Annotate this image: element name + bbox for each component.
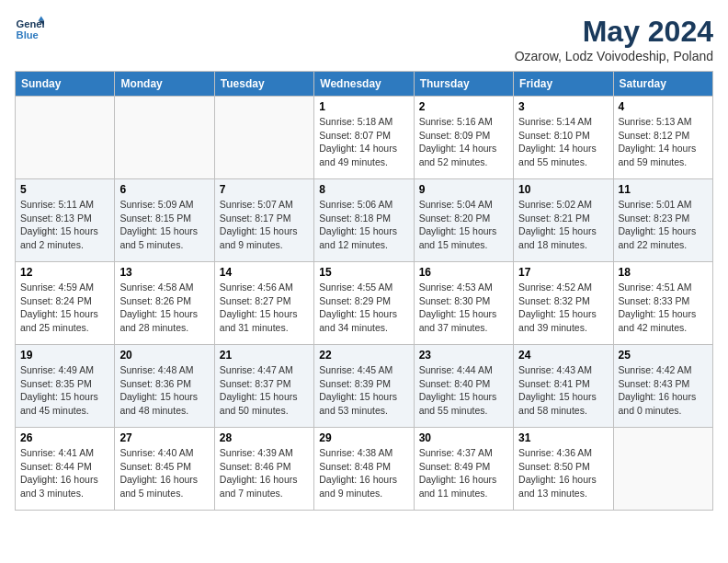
day-info: Sunrise: 4:45 AM Sunset: 8:39 PM Dayligh… xyxy=(319,363,408,418)
day-info: Sunrise: 4:39 AM Sunset: 8:46 PM Dayligh… xyxy=(220,446,309,500)
day-info: Sunrise: 4:43 AM Sunset: 8:41 PM Dayligh… xyxy=(518,363,608,418)
day-number: 24 xyxy=(518,349,608,362)
day-number: 9 xyxy=(419,183,508,196)
day-number: 30 xyxy=(419,431,508,444)
day-number: 18 xyxy=(619,266,708,279)
calendar-cell xyxy=(16,97,115,179)
day-number: 4 xyxy=(619,100,708,113)
day-info: Sunrise: 4:53 AM Sunset: 8:30 PM Dayligh… xyxy=(419,281,508,335)
day-info: Sunrise: 4:48 AM Sunset: 8:36 PM Dayligh… xyxy=(119,363,209,418)
logo-icon: General Blue xyxy=(15,15,44,44)
calendar-cell xyxy=(613,428,712,511)
calendar-cell: 23Sunrise: 4:44 AM Sunset: 8:40 PM Dayli… xyxy=(414,345,513,428)
calendar-cell: 6Sunrise: 5:09 AM Sunset: 8:15 PM Daylig… xyxy=(115,179,214,262)
day-number: 22 xyxy=(319,349,408,362)
day-number: 1 xyxy=(319,100,408,113)
day-info: Sunrise: 5:14 AM Sunset: 8:10 PM Dayligh… xyxy=(518,115,608,169)
calendar-cell: 19Sunrise: 4:49 AM Sunset: 8:35 PM Dayli… xyxy=(16,345,115,428)
day-info: Sunrise: 5:07 AM Sunset: 8:17 PM Dayligh… xyxy=(220,198,309,252)
day-info: Sunrise: 5:13 AM Sunset: 8:12 PM Dayligh… xyxy=(619,115,708,169)
day-header-wednesday: Wednesday xyxy=(314,72,414,97)
page-header: General Blue May 2024 Ozarow, Lodz Voivo… xyxy=(15,15,713,63)
day-number: 25 xyxy=(619,349,708,362)
day-number: 28 xyxy=(220,431,309,444)
day-info: Sunrise: 4:56 AM Sunset: 8:27 PM Dayligh… xyxy=(220,281,309,335)
month-title: May 2024 xyxy=(515,15,713,49)
day-info: Sunrise: 5:06 AM Sunset: 8:18 PM Dayligh… xyxy=(319,198,408,252)
calendar-header-row: SundayMondayTuesdayWednesdayThursdayFrid… xyxy=(16,72,713,97)
calendar-cell: 14Sunrise: 4:56 AM Sunset: 8:27 PM Dayli… xyxy=(214,262,313,345)
calendar-week-row: 12Sunrise: 4:59 AM Sunset: 8:24 PM Dayli… xyxy=(16,262,713,345)
day-number: 15 xyxy=(319,266,408,279)
svg-text:Blue: Blue xyxy=(17,29,39,40)
day-info: Sunrise: 4:51 AM Sunset: 8:33 PM Dayligh… xyxy=(619,281,708,335)
day-info: Sunrise: 4:49 AM Sunset: 8:35 PM Dayligh… xyxy=(20,363,109,418)
calendar-cell: 18Sunrise: 4:51 AM Sunset: 8:33 PM Dayli… xyxy=(613,262,712,345)
calendar-cell: 21Sunrise: 4:47 AM Sunset: 8:37 PM Dayli… xyxy=(214,345,313,428)
calendar-cell: 20Sunrise: 4:48 AM Sunset: 8:36 PM Dayli… xyxy=(115,345,214,428)
day-info: Sunrise: 5:16 AM Sunset: 8:09 PM Dayligh… xyxy=(419,115,508,169)
calendar-cell: 25Sunrise: 4:42 AM Sunset: 8:43 PM Dayli… xyxy=(613,345,712,428)
day-number: 26 xyxy=(20,431,109,444)
day-info: Sunrise: 4:59 AM Sunset: 8:24 PM Dayligh… xyxy=(20,281,109,335)
calendar-cell: 3Sunrise: 5:14 AM Sunset: 8:10 PM Daylig… xyxy=(514,97,613,179)
day-info: Sunrise: 5:09 AM Sunset: 8:15 PM Dayligh… xyxy=(119,198,209,252)
day-info: Sunrise: 4:37 AM Sunset: 8:49 PM Dayligh… xyxy=(419,446,508,500)
day-header-tuesday: Tuesday xyxy=(214,72,313,97)
calendar-cell: 2Sunrise: 5:16 AM Sunset: 8:09 PM Daylig… xyxy=(414,97,513,179)
calendar-cell: 1Sunrise: 5:18 AM Sunset: 8:07 PM Daylig… xyxy=(314,97,414,179)
day-number: 7 xyxy=(220,183,309,196)
day-number: 8 xyxy=(319,183,408,196)
calendar-cell: 30Sunrise: 4:37 AM Sunset: 8:49 PM Dayli… xyxy=(414,428,513,511)
day-info: Sunrise: 4:41 AM Sunset: 8:44 PM Dayligh… xyxy=(20,446,109,500)
calendar-week-row: 19Sunrise: 4:49 AM Sunset: 8:35 PM Dayli… xyxy=(16,345,713,428)
day-info: Sunrise: 4:58 AM Sunset: 8:26 PM Dayligh… xyxy=(119,281,209,335)
calendar-cell: 17Sunrise: 4:52 AM Sunset: 8:32 PM Dayli… xyxy=(514,262,613,345)
title-block: May 2024 Ozarow, Lodz Voivodeship, Polan… xyxy=(515,15,713,63)
calendar-cell xyxy=(214,97,313,179)
day-header-saturday: Saturday xyxy=(613,72,712,97)
day-number: 16 xyxy=(419,266,508,279)
calendar-cell: 24Sunrise: 4:43 AM Sunset: 8:41 PM Dayli… xyxy=(514,345,613,428)
day-number: 14 xyxy=(220,266,309,279)
calendar-cell: 16Sunrise: 4:53 AM Sunset: 8:30 PM Dayli… xyxy=(414,262,513,345)
calendar-cell: 4Sunrise: 5:13 AM Sunset: 8:12 PM Daylig… xyxy=(613,97,712,179)
calendar-cell: 22Sunrise: 4:45 AM Sunset: 8:39 PM Dayli… xyxy=(314,345,414,428)
calendar-week-row: 26Sunrise: 4:41 AM Sunset: 8:44 PM Dayli… xyxy=(16,428,713,511)
day-number: 12 xyxy=(20,266,109,279)
day-info: Sunrise: 5:04 AM Sunset: 8:20 PM Dayligh… xyxy=(419,198,508,252)
day-info: Sunrise: 5:01 AM Sunset: 8:23 PM Dayligh… xyxy=(619,198,708,252)
calendar-cell: 27Sunrise: 4:40 AM Sunset: 8:45 PM Dayli… xyxy=(115,428,214,511)
day-info: Sunrise: 4:42 AM Sunset: 8:43 PM Dayligh… xyxy=(619,363,708,418)
day-number: 27 xyxy=(119,431,209,444)
calendar-cell: 31Sunrise: 4:36 AM Sunset: 8:50 PM Dayli… xyxy=(514,428,613,511)
day-number: 17 xyxy=(518,266,608,279)
day-header-friday: Friday xyxy=(514,72,613,97)
day-number: 31 xyxy=(518,431,608,444)
day-number: 2 xyxy=(419,100,508,113)
day-info: Sunrise: 5:18 AM Sunset: 8:07 PM Dayligh… xyxy=(319,115,408,169)
calendar-cell: 5Sunrise: 5:11 AM Sunset: 8:13 PM Daylig… xyxy=(16,179,115,262)
calendar-cell: 9Sunrise: 5:04 AM Sunset: 8:20 PM Daylig… xyxy=(414,179,513,262)
calendar-cell: 29Sunrise: 4:38 AM Sunset: 8:48 PM Dayli… xyxy=(314,428,414,511)
day-info: Sunrise: 5:11 AM Sunset: 8:13 PM Dayligh… xyxy=(20,198,109,252)
day-number: 10 xyxy=(518,183,608,196)
calendar-cell: 8Sunrise: 5:06 AM Sunset: 8:18 PM Daylig… xyxy=(314,179,414,262)
day-info: Sunrise: 4:55 AM Sunset: 8:29 PM Dayligh… xyxy=(319,281,408,335)
calendar-cell: 13Sunrise: 4:58 AM Sunset: 8:26 PM Dayli… xyxy=(115,262,214,345)
day-info: Sunrise: 4:38 AM Sunset: 8:48 PM Dayligh… xyxy=(319,446,408,500)
day-number: 21 xyxy=(220,349,309,362)
calendar-cell: 7Sunrise: 5:07 AM Sunset: 8:17 PM Daylig… xyxy=(214,179,313,262)
calendar-week-row: 5Sunrise: 5:11 AM Sunset: 8:13 PM Daylig… xyxy=(16,179,713,262)
day-info: Sunrise: 5:02 AM Sunset: 8:21 PM Dayligh… xyxy=(518,198,608,252)
calendar-cell xyxy=(115,97,214,179)
day-number: 11 xyxy=(619,183,708,196)
day-number: 29 xyxy=(319,431,408,444)
logo: General Blue xyxy=(15,15,44,44)
calendar-cell: 10Sunrise: 5:02 AM Sunset: 8:21 PM Dayli… xyxy=(514,179,613,262)
calendar-cell: 12Sunrise: 4:59 AM Sunset: 8:24 PM Dayli… xyxy=(16,262,115,345)
day-number: 19 xyxy=(20,349,109,362)
day-info: Sunrise: 4:52 AM Sunset: 8:32 PM Dayligh… xyxy=(518,281,608,335)
day-header-sunday: Sunday xyxy=(16,72,115,97)
day-number: 13 xyxy=(119,266,209,279)
